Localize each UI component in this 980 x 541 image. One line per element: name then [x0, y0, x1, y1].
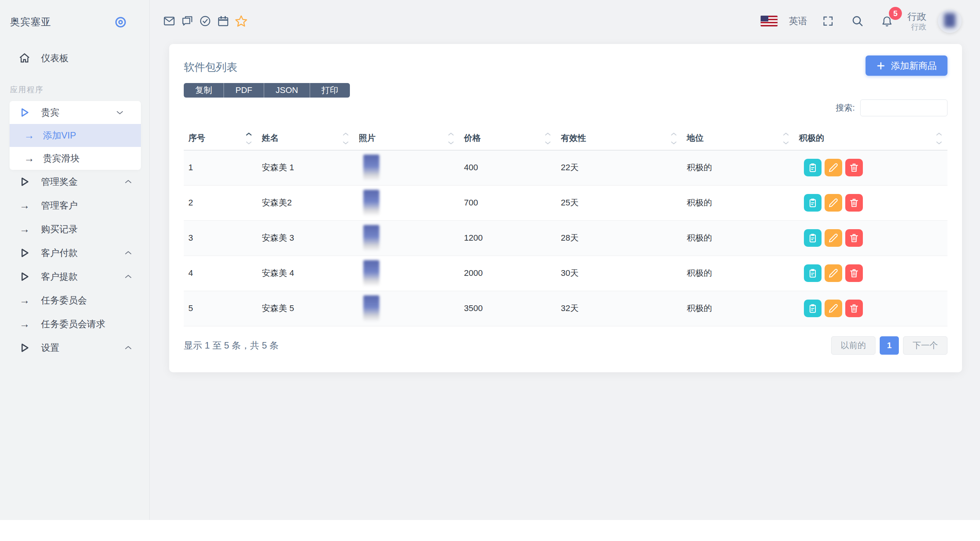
pagination: 以前的 1 下一个: [831, 336, 947, 355]
search-input[interactable]: [860, 99, 947, 116]
column-header-validity[interactable]: 有效性: [556, 132, 682, 150]
notification-badge: 5: [889, 7, 902, 20]
arrow-right-icon: →: [18, 224, 31, 235]
arrow-right-icon: →: [23, 153, 35, 164]
view-details-button[interactable]: [804, 229, 822, 247]
sidebar-section-label: 应用程序: [10, 85, 149, 95]
column-header-price[interactable]: 价格: [459, 132, 556, 150]
copy-button[interactable]: 复制: [184, 83, 224, 98]
table-info-text: 显示 1 至 5 条，共 5 条: [184, 339, 279, 352]
sort-icons: [545, 132, 551, 145]
chevron-up-icon: [124, 345, 132, 350]
view-details-button[interactable]: [804, 194, 822, 212]
sort-icons: [671, 132, 677, 145]
play-triangle-icon: [18, 247, 31, 259]
brand-title: 奥宾塞亚: [10, 15, 51, 29]
column-header-photo[interactable]: 照片: [354, 132, 459, 150]
column-header-active[interactable]: 积极的: [794, 132, 947, 150]
delete-button[interactable]: [845, 300, 863, 317]
delete-button[interactable]: [845, 159, 863, 176]
view-details-button[interactable]: [804, 264, 822, 282]
table-row: 1 安森美 1 400 22天 积极的: [184, 150, 947, 185]
avatar[interactable]: [938, 9, 962, 33]
search-icon[interactable]: [848, 12, 866, 30]
user-menu[interactable]: 行政 行政: [907, 11, 926, 31]
mail-icon[interactable]: [160, 12, 178, 30]
edit-button[interactable]: [825, 229, 842, 247]
play-triangle-icon: [18, 176, 31, 187]
sidebar-item-manage-bonus[interactable]: 管理奖金: [0, 170, 149, 194]
sort-icons: [936, 132, 942, 145]
page-title: 软件包列表: [184, 60, 350, 75]
sidebar-item-vip[interactable]: 贵宾: [10, 101, 141, 124]
sort-icons: [783, 132, 789, 145]
packages-table: 序号 姓名 照片: [184, 132, 947, 326]
us-flag-icon[interactable]: [761, 16, 777, 26]
next-page-button[interactable]: 下一个: [903, 336, 947, 355]
delete-button[interactable]: [845, 264, 863, 282]
sidebar-item-task-committee[interactable]: → 任务委员会: [0, 288, 149, 312]
sidebar-item-dashboard[interactable]: 仪表板: [0, 46, 149, 70]
sidebar-item-customer-payments[interactable]: 客户付款: [0, 241, 149, 265]
play-triangle-icon: [18, 342, 31, 354]
pdf-button[interactable]: PDF: [224, 83, 264, 98]
home-icon: [18, 52, 31, 64]
star-icon[interactable]: [232, 12, 250, 30]
edit-button[interactable]: [825, 300, 842, 317]
edit-button[interactable]: [825, 264, 842, 282]
print-button[interactable]: 打印: [310, 83, 350, 98]
view-details-button[interactable]: [804, 300, 822, 317]
json-button[interactable]: JSON: [264, 83, 310, 98]
product-photo: [363, 225, 379, 251]
sidebar-item-purchase-history[interactable]: → 购买记录: [0, 217, 149, 241]
chat-icon[interactable]: [178, 12, 196, 30]
play-triangle-icon: [18, 107, 31, 118]
chevron-up-icon: [124, 274, 132, 279]
page-number-button[interactable]: 1: [880, 336, 899, 355]
table-row: 3 安森美 3 1200 28天 积极的: [184, 220, 947, 256]
product-photo: [363, 295, 379, 321]
sidebar-item-vip-slider[interactable]: → 贵宾滑块: [10, 147, 141, 170]
table-row: 2 安森美2 700 25天 积极的: [184, 185, 947, 220]
column-header-sn[interactable]: 序号: [184, 132, 257, 150]
view-details-button[interactable]: [804, 159, 822, 176]
language-label[interactable]: 英语: [789, 15, 807, 27]
sort-icons: [448, 132, 454, 145]
arrow-right-icon: →: [23, 130, 35, 141]
fullscreen-icon[interactable]: [819, 12, 837, 30]
arrow-right-icon: →: [18, 295, 31, 306]
user-role: 行政: [907, 22, 926, 31]
table-row: 4 安森美 4 2000 30天 积极的: [184, 256, 947, 291]
delete-button[interactable]: [845, 229, 863, 247]
sidebar-item-customer-withdrawals[interactable]: 客户提款: [0, 265, 149, 288]
column-header-status[interactable]: 地位: [682, 132, 794, 150]
product-photo: [363, 155, 379, 181]
sidebar-item-task-committee-requests[interactable]: → 任务委员会请求: [0, 312, 149, 336]
sidebar-item-settings[interactable]: 设置: [0, 336, 149, 360]
edit-button[interactable]: [825, 194, 842, 212]
sidebar-toggle-icon[interactable]: [114, 16, 127, 29]
sidebar-item-manage-customers[interactable]: → 管理客户: [0, 194, 149, 217]
sidebar-item-add-vip[interactable]: → 添加VIP: [10, 124, 141, 147]
sidebar-group-vip: 贵宾 → 添加VIP → 贵宾滑块: [10, 101, 141, 170]
column-header-name[interactable]: 姓名: [257, 132, 354, 150]
edit-button[interactable]: [825, 159, 842, 176]
arrow-right-icon: →: [18, 319, 31, 329]
sort-icons: [246, 132, 252, 145]
delete-button[interactable]: [845, 194, 863, 212]
user-name: 行政: [907, 11, 926, 22]
add-new-product-button[interactable]: 添加新商品: [866, 55, 947, 76]
app-root: 奥宾塞亚 仪表板 应用程序 贵宾 →: [0, 0, 980, 520]
table-row: 5 安森美 5 3500 32天 积极的: [184, 291, 947, 326]
previous-page-button[interactable]: 以前的: [831, 336, 875, 355]
notifications-bell-icon[interactable]: 5: [878, 12, 896, 30]
product-photo: [363, 260, 379, 286]
topbar: 英语 5 行政 行政: [150, 0, 980, 42]
search-label: 搜索:: [836, 102, 855, 114]
check-circle-icon[interactable]: [196, 12, 214, 30]
product-photo: [363, 190, 379, 216]
chevron-up-icon: [124, 251, 132, 255]
calendar-icon[interactable]: [214, 12, 232, 30]
chevron-up-icon: [124, 179, 132, 184]
plus-icon: [876, 61, 885, 70]
